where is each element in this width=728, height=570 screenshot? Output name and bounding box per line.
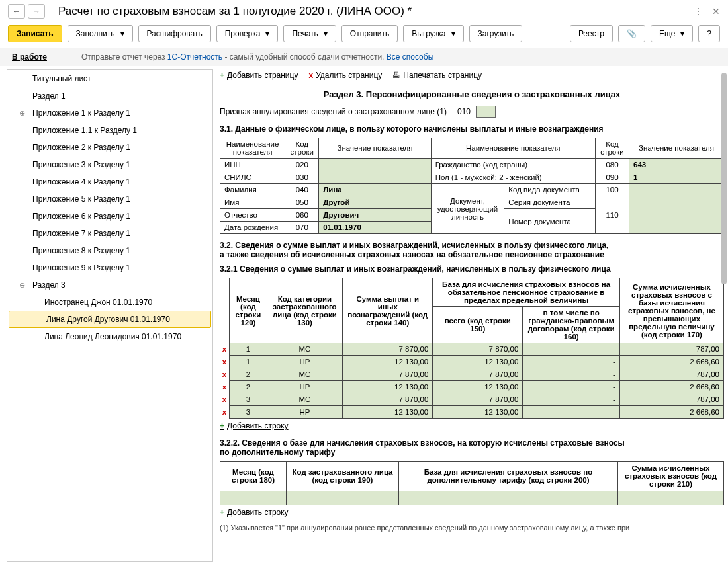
- send-button[interactable]: Отправить: [341, 25, 398, 42]
- import-button[interactable]: Загрузить: [469, 25, 523, 42]
- tree-item-title-page[interactable]: Титульный лист: [7, 70, 212, 87]
- registry-button[interactable]: Реестр: [570, 25, 613, 42]
- sum170-cell[interactable]: 787,00: [619, 368, 723, 381]
- sum170-cell[interactable]: 2 668,60: [619, 356, 723, 368]
- delete-row-icon[interactable]: x: [220, 381, 230, 393]
- add-row-link-322[interactable]: +Добавить строку: [220, 508, 289, 517]
- export-button[interactable]: Выгрузка▾: [403, 25, 463, 42]
- month-cell[interactable]: 2: [230, 381, 267, 393]
- delete-row-icon[interactable]: x: [220, 368, 230, 381]
- status-link[interactable]: В работе: [12, 52, 47, 61]
- nav-back-button[interactable]: ←: [8, 4, 25, 19]
- category-cell[interactable]: НР: [267, 356, 343, 368]
- snils-field[interactable]: [319, 171, 431, 184]
- sum140-cell[interactable]: 12 130,00: [343, 406, 433, 419]
- tree-item-app-1[interactable]: Приложение 1 к Разделу 1: [7, 104, 212, 122]
- birthdate-field[interactable]: 01.01.1970: [319, 222, 431, 234]
- annul-input[interactable]: [476, 106, 496, 118]
- print-page-link[interactable]: 🖶Напечатать страницу: [392, 71, 482, 80]
- t322-base-field[interactable]: -: [399, 491, 618, 505]
- sum160-cell[interactable]: -: [523, 393, 620, 406]
- add-page-link[interactable]: +Добавить страницу: [220, 71, 298, 80]
- citizenship-field[interactable]: 643: [629, 159, 724, 171]
- tree-item-person-1[interactable]: Лина Другой Другович 01.01.1970: [9, 311, 211, 328]
- sum150-cell[interactable]: 7 870,00: [433, 368, 523, 381]
- sex-field[interactable]: 1: [629, 171, 724, 184]
- tree-item-app-7[interactable]: Приложение 7 к Разделу 1: [7, 225, 212, 242]
- category-cell[interactable]: МС: [267, 393, 343, 406]
- sum160-cell[interactable]: -: [523, 356, 620, 368]
- nav-forward-button[interactable]: →: [28, 4, 45, 19]
- month-cell[interactable]: 2: [230, 368, 267, 381]
- surname-field[interactable]: Лина: [319, 184, 431, 196]
- write-button[interactable]: Записать: [8, 25, 62, 42]
- category-cell[interactable]: НР: [267, 381, 343, 393]
- tree-item-section-1[interactable]: Раздел 1: [7, 87, 212, 104]
- sum150-cell[interactable]: 12 130,00: [433, 356, 523, 368]
- kebab-icon[interactable]: ⋮: [694, 6, 703, 17]
- doc-series-number-field[interactable]: [629, 196, 724, 234]
- sum150-cell[interactable]: 12 130,00: [433, 381, 523, 393]
- category-cell[interactable]: НР: [267, 406, 343, 419]
- sum140-cell[interactable]: 12 130,00: [343, 381, 433, 393]
- patronymic-field[interactable]: Другович: [319, 209, 431, 222]
- delete-row-icon[interactable]: x: [220, 356, 230, 368]
- scrollbar[interactable]: [721, 73, 727, 559]
- delete-row-icon[interactable]: x: [220, 343, 230, 356]
- category-cell[interactable]: МС: [267, 343, 343, 356]
- category-cell[interactable]: МС: [267, 368, 343, 381]
- delete-row-icon[interactable]: x: [220, 406, 230, 419]
- tree-item-app-5[interactable]: Приложение 5 к Разделу 1: [7, 190, 212, 208]
- sum170-cell[interactable]: 2 668,60: [619, 406, 723, 419]
- inn-field[interactable]: [319, 159, 431, 171]
- tree-item-app-6[interactable]: Приложение 6 к Разделу 1: [7, 208, 212, 225]
- delete-row-icon[interactable]: x: [220, 393, 230, 406]
- tree-item-app-9[interactable]: Приложение 9 к Разделу 1: [7, 259, 212, 276]
- month-cell[interactable]: 3: [230, 393, 267, 406]
- sum140-cell[interactable]: 7 870,00: [343, 368, 433, 381]
- sum160-cell[interactable]: -: [523, 381, 620, 393]
- tree-item-app-4[interactable]: Приложение 4 к Разделу 1: [7, 173, 212, 190]
- doc-type-field[interactable]: [629, 184, 724, 196]
- sum140-cell[interactable]: 7 870,00: [343, 343, 433, 356]
- sum170-cell[interactable]: 787,00: [619, 393, 723, 406]
- month-cell[interactable]: 1: [230, 343, 267, 356]
- attach-button[interactable]: 📎: [618, 25, 645, 42]
- help-button[interactable]: ?: [698, 25, 720, 42]
- sum150-cell[interactable]: 7 870,00: [433, 393, 523, 406]
- tree-item-section-3[interactable]: Раздел 3: [7, 276, 212, 294]
- table-row[interactable]: x3МС7 870,007 870,00-787,00: [220, 393, 724, 406]
- add-row-link-321[interactable]: +Добавить строку: [220, 421, 289, 430]
- sum160-cell[interactable]: -: [523, 343, 620, 356]
- navigation-tree[interactable]: Титульный лист Раздел 1 Приложение 1 к Р…: [7, 69, 213, 562]
- link-1c-report[interactable]: 1С-Отчетность: [167, 52, 222, 61]
- more-button[interactable]: Еще▾: [651, 25, 693, 42]
- delete-page-link[interactable]: xУдалить страницу: [308, 71, 382, 80]
- t322-contrib-field[interactable]: -: [618, 491, 724, 505]
- table-row[interactable]: x1НР12 130,0012 130,00-2 668,60: [220, 356, 724, 368]
- sum160-cell[interactable]: -: [523, 406, 620, 419]
- decipher-button[interactable]: Расшифровать: [138, 25, 211, 42]
- sum150-cell[interactable]: 7 870,00: [433, 343, 523, 356]
- close-icon[interactable]: ✕: [712, 6, 720, 17]
- t322-code-field[interactable]: [287, 491, 399, 505]
- tree-item-app-1-1[interactable]: Приложение 1.1 к Разделу 1: [7, 122, 212, 139]
- tree-item-app-2[interactable]: Приложение 2 к Разделу 1: [7, 139, 212, 156]
- table-row[interactable]: x1МС7 870,007 870,00-787,00: [220, 343, 724, 356]
- tree-item-app-8[interactable]: Приложение 8 к Разделу 1: [7, 242, 212, 259]
- tree-item-app-3[interactable]: Приложение 3 к Разделу 1: [7, 156, 212, 173]
- month-cell[interactable]: 3: [230, 406, 267, 419]
- fill-button[interactable]: Заполнить▾: [68, 25, 133, 42]
- table-row[interactable]: x3НР12 130,0012 130,00-2 668,60: [220, 406, 724, 419]
- sum170-cell[interactable]: 2 668,60: [619, 381, 723, 393]
- sum160-cell[interactable]: -: [523, 368, 620, 381]
- sum150-cell[interactable]: 12 130,00: [433, 406, 523, 419]
- tree-item-person-2[interactable]: Лина Леонид Леонидович 01.01.1970: [7, 328, 212, 345]
- tree-item-person-0[interactable]: Иностранец Джон 01.01.1970: [7, 294, 212, 311]
- table-row[interactable]: x2МС7 870,007 870,00-787,00: [220, 368, 724, 381]
- name-field[interactable]: Другой: [319, 196, 431, 209]
- sum140-cell[interactable]: 7 870,00: [343, 393, 433, 406]
- link-all-methods[interactable]: Все способы: [387, 52, 434, 61]
- month-cell[interactable]: 1: [230, 356, 267, 368]
- t322-month-field[interactable]: [220, 491, 287, 505]
